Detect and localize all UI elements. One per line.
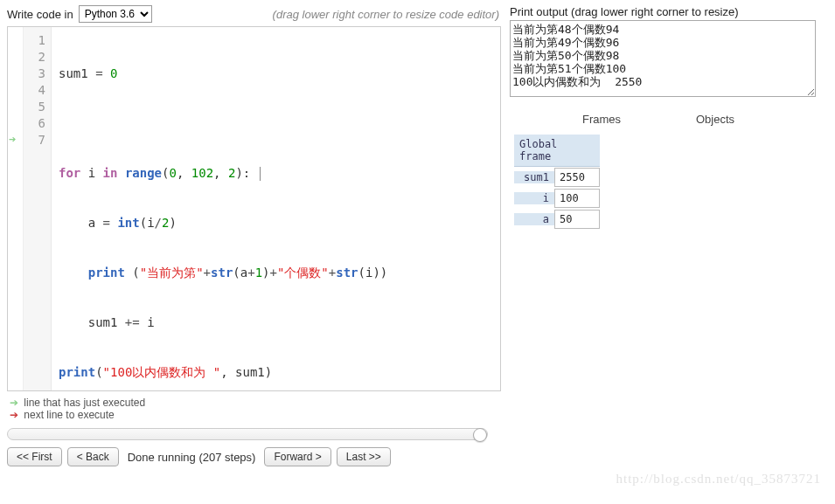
slider-thumb[interactable] [473,428,487,442]
line-number: 4 [24,82,45,99]
frame-row: a 50 [514,209,600,230]
code-line: sum1 = 0 [59,66,500,82]
line-number: 5 [24,99,45,115]
line-number: 1 [24,32,45,49]
line-number: 2 [24,49,45,66]
var-value: 50 [554,210,600,229]
write-code-label: Write code in [7,8,73,21]
frame-row: sum1 2550 [514,167,600,188]
code-editor[interactable]: ➔ 1 2 3 4 5 6 7 sum1 = 0 for i in range(… [7,26,501,391]
line-number: 6 [24,115,45,132]
line-number: 3 [24,66,45,82]
next-arrow-icon: ➔ [7,409,21,421]
code-line: a = int(i/2) [59,215,500,231]
run-status: Done running (207 steps) [124,451,260,464]
frame-row: i 100 [514,188,600,209]
code-line: print("100以内偶数和为 ", sum1) [59,364,500,381]
code-area[interactable]: sum1 = 0 for i in range(0, 102, 2): a = … [52,27,500,390]
print-output[interactable]: 当前为第48个偶数94 当前为第49个偶数96 当前为第50个偶数98 当前为第… [510,20,816,97]
var-name: sum1 [514,171,554,183]
objects-header: Objects [696,113,734,126]
code-line [59,115,500,132]
step-slider[interactable] [7,428,488,440]
line-number: 7 [24,132,45,148]
forward-button[interactable]: Forward > [264,447,331,466]
frames-header: Frames [582,113,621,126]
var-name: a [514,213,554,225]
code-line: for i in range(0, 102, 2): [59,165,500,182]
var-name: i [514,192,554,204]
watermark-text: http://blog.csdn.net/qq_35873721 [616,472,822,487]
executed-arrow-icon: ➔ [7,397,21,409]
resize-hint: (drag lower right corner to resize code … [273,8,499,21]
executed-line-arrow-icon: ➔ [9,133,16,145]
language-select[interactable]: Python 3.6 [79,5,152,23]
code-line: print ("当前为第"+str(a+1)+"个偶数"+str(i)) [59,265,500,281]
first-button[interactable]: << First [7,447,62,466]
global-frame: Global frame sum1 2550 i 100 a 50 [514,135,600,230]
execution-arrow-gutter: ➔ [8,27,24,390]
frame-title: Global frame [514,135,600,167]
var-value: 100 [554,189,600,208]
output-label: Print output (drag lower right corner to… [510,5,830,18]
back-button[interactable]: < Back [67,447,119,466]
code-line: sum1 += i [59,314,500,331]
last-button[interactable]: Last >> [337,447,391,466]
line-number-gutter: 1 2 3 4 5 6 7 [24,27,52,390]
var-value: 2550 [554,168,600,187]
text-cursor [260,167,261,181]
